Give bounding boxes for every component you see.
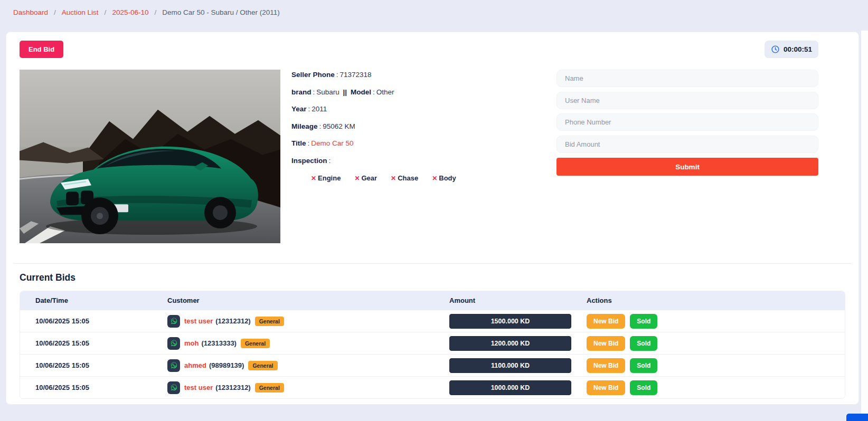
table-row: 10/06/2025 15:05 test user (12312312) Ge… bbox=[20, 310, 845, 332]
bid-form: Submit bbox=[556, 70, 818, 176]
customer-name[interactable]: test user bbox=[184, 317, 213, 325]
customer-type-badge: General bbox=[255, 383, 284, 393]
name-input[interactable] bbox=[556, 70, 818, 87]
inspection-item-label: Engine bbox=[318, 174, 341, 182]
title-line: Title:Demo Car 50 bbox=[291, 140, 556, 147]
inspection-line: Inspection: bbox=[291, 157, 556, 165]
inspection-item: ✕Chase bbox=[391, 174, 418, 182]
auction-detail-card: End Bid 00:00:51 bbox=[6, 32, 859, 405]
bid-amount: 1000.000 KD bbox=[449, 380, 571, 395]
x-icon: ✕ bbox=[354, 175, 360, 182]
breadcrumb-separator: / bbox=[105, 8, 107, 16]
column-header-actions: Actions bbox=[571, 296, 845, 304]
bid-datetime: 10/06/2025 15:05 bbox=[20, 384, 152, 391]
breadcrumb-item: Demo Car 50 - Subaru / Other (2011) bbox=[162, 8, 280, 16]
bid-amount: 1500.000 KD bbox=[449, 314, 571, 329]
breadcrumb-item[interactable]: Dashboard bbox=[13, 8, 48, 16]
bid-datetime: 10/06/2025 15:05 bbox=[20, 317, 152, 325]
brand-label: brand bbox=[291, 88, 312, 96]
breadcrumb-item[interactable]: Auction List bbox=[62, 8, 99, 16]
table-header-row: Date/Time Customer Amount Actions bbox=[20, 291, 845, 310]
inspection-items: ✕Engine✕Gear✕Chase✕Body bbox=[311, 174, 556, 182]
whatsapp-icon[interactable] bbox=[167, 315, 180, 328]
sold-button[interactable]: Sold bbox=[630, 358, 657, 373]
breadcrumb: Dashboard/Auction List/2025-06-10/Demo C… bbox=[0, 0, 868, 24]
customer-phone: (12313333) bbox=[201, 339, 237, 347]
customer-name[interactable]: ahmed bbox=[184, 361, 206, 369]
year-label: Year bbox=[291, 105, 307, 113]
table-row: 10/06/2025 15:05 moh (12313333) General … bbox=[20, 332, 845, 354]
auction-timer: 00:00:51 bbox=[765, 41, 818, 58]
new-bid-button[interactable]: New Bid bbox=[587, 380, 625, 395]
vehicle-details: Seller Phone:71372318 brand:Subaru || Mo… bbox=[291, 70, 556, 182]
brand-model-separator: || bbox=[343, 88, 347, 96]
new-bid-button[interactable]: New Bid bbox=[587, 358, 625, 373]
column-header-customer: Customer bbox=[152, 296, 434, 304]
car-photo bbox=[20, 70, 280, 243]
x-icon: ✕ bbox=[432, 175, 437, 182]
bid-datetime: 10/06/2025 15:05 bbox=[20, 361, 152, 369]
customer-type-badge: General bbox=[241, 339, 270, 348]
seller-phone-value: 71372318 bbox=[340, 71, 372, 79]
scrollbar-track[interactable] bbox=[861, 31, 868, 421]
customer-phone: (12312312) bbox=[215, 384, 251, 391]
column-header-amount: Amount bbox=[434, 296, 571, 304]
table-row: 10/06/2025 15:05 ahmed (98989139) Genera… bbox=[20, 354, 845, 376]
title-label: Title bbox=[291, 139, 306, 147]
x-icon: ✕ bbox=[391, 175, 396, 182]
inspection-item: ✕Gear bbox=[354, 174, 377, 182]
user-name-input[interactable] bbox=[556, 92, 818, 109]
section-divider bbox=[14, 263, 851, 264]
current-bids-heading: Current Bids bbox=[20, 272, 851, 283]
timer-value: 00:00:51 bbox=[784, 45, 812, 53]
mileage-line: Mileage:95062 KM bbox=[291, 123, 556, 130]
bid-amount: 1100.000 KD bbox=[449, 358, 571, 373]
table-row: 10/06/2025 15:05 test user (12312312) Ge… bbox=[20, 376, 845, 398]
mileage-label: Mileage bbox=[291, 122, 318, 130]
phone-number-input[interactable] bbox=[556, 113, 818, 131]
inspection-label: Inspection bbox=[291, 157, 327, 165]
brand-model-line: brand:Subaru || Model:Other bbox=[291, 89, 556, 96]
bid-datetime: 10/06/2025 15:05 bbox=[20, 339, 152, 347]
sold-button[interactable]: Sold bbox=[630, 380, 657, 395]
year-value: 2011 bbox=[312, 105, 327, 113]
breadcrumb-separator: / bbox=[54, 8, 56, 16]
inspection-item: ✕Body bbox=[432, 174, 456, 182]
floating-button-fragment[interactable] bbox=[846, 414, 868, 421]
whatsapp-icon[interactable] bbox=[167, 337, 180, 350]
new-bid-button[interactable]: New Bid bbox=[587, 314, 625, 329]
customer-type-badge: General bbox=[248, 361, 277, 370]
new-bid-button[interactable]: New Bid bbox=[587, 336, 625, 351]
bid-amount-input[interactable] bbox=[556, 136, 818, 153]
whatsapp-icon[interactable] bbox=[167, 359, 180, 372]
customer-type-badge: General bbox=[255, 317, 284, 326]
customer-name[interactable]: moh bbox=[184, 339, 199, 347]
inspection-item-label: Chase bbox=[398, 174, 418, 182]
brand-value: Subaru bbox=[316, 88, 339, 96]
seller-phone-line: Seller Phone:71372318 bbox=[291, 71, 556, 79]
customer-name[interactable]: test user bbox=[184, 384, 213, 391]
title-value: Demo Car 50 bbox=[311, 139, 353, 147]
seller-phone-label: Seller Phone bbox=[291, 71, 335, 79]
mileage-value: 95062 KM bbox=[323, 122, 355, 130]
clock-icon bbox=[771, 45, 780, 54]
inspection-item: ✕Engine bbox=[311, 174, 341, 182]
sold-button[interactable]: Sold bbox=[630, 314, 657, 329]
customer-phone: (12312312) bbox=[215, 317, 251, 325]
model-label: Model bbox=[351, 88, 371, 96]
whatsapp-icon[interactable] bbox=[167, 381, 180, 394]
inspection-item-label: Body bbox=[439, 174, 456, 182]
bids-table: Date/Time Customer Amount Actions 10/06/… bbox=[20, 291, 845, 399]
card-toolbar: End Bid 00:00:51 bbox=[14, 41, 851, 58]
breadcrumb-item[interactable]: 2025-06-10 bbox=[112, 8, 148, 16]
year-line: Year:2011 bbox=[291, 106, 556, 113]
x-icon: ✕ bbox=[311, 175, 316, 182]
bid-amount: 1200.000 KD bbox=[449, 336, 571, 351]
customer-phone: (98989139) bbox=[209, 361, 244, 369]
submit-button[interactable]: Submit bbox=[556, 158, 818, 176]
sold-button[interactable]: Sold bbox=[630, 336, 657, 351]
model-value: Other bbox=[376, 88, 394, 96]
inspection-item-label: Gear bbox=[361, 174, 377, 182]
end-bid-button[interactable]: End Bid bbox=[20, 41, 63, 58]
column-header-datetime: Date/Time bbox=[20, 296, 152, 304]
